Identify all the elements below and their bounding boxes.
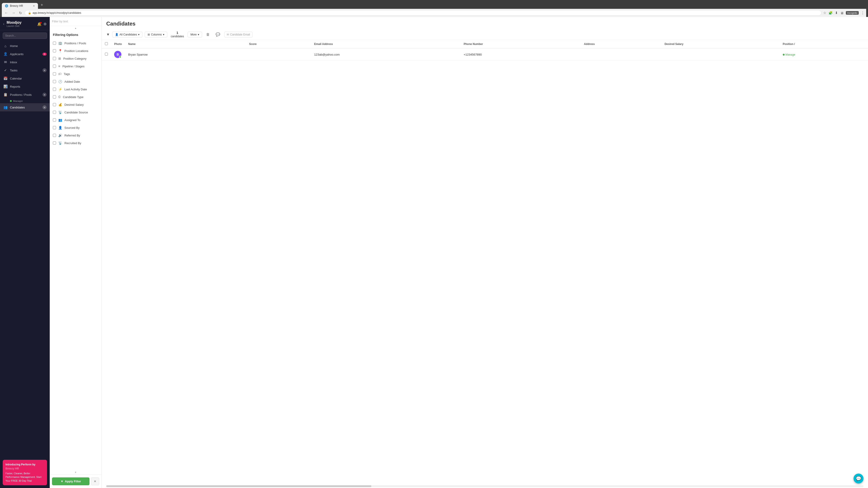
page-title: Candidates bbox=[106, 21, 864, 27]
table-scrollbar-wrap[interactable] bbox=[102, 484, 868, 488]
col-score[interactable]: Score bbox=[246, 40, 311, 48]
back-button[interactable]: ← bbox=[4, 10, 9, 15]
row-name-cell[interactable]: Bryan Sparrow bbox=[125, 48, 246, 61]
filter-checkbox-candidate-source[interactable] bbox=[53, 111, 56, 114]
filter-option-label: Sourced By bbox=[64, 126, 80, 129]
sidebar-item-calendar[interactable]: 📅 Calendar bbox=[0, 74, 50, 83]
chat-widget-button[interactable]: 💬 bbox=[854, 474, 864, 484]
sidebar-brand: Moodjoy Lauren Dell bbox=[6, 21, 35, 27]
candidates-badge: + bbox=[42, 105, 46, 109]
filter-checkbox-desired-salary[interactable] bbox=[53, 103, 56, 106]
sidebar-item-tasks[interactable]: ✓ Tasks + bbox=[0, 66, 50, 74]
settings-button[interactable]: ⚙ bbox=[43, 22, 46, 26]
filter-footer: ▼ Apply Filter ✕ bbox=[50, 475, 101, 488]
menu-icon[interactable]: ⋮ bbox=[861, 11, 864, 15]
sidebar-item-inbox[interactable]: ✉ Inbox bbox=[0, 58, 50, 66]
dropdown-chevron-icon: ▾ bbox=[138, 33, 140, 36]
filter-checkbox-position-category[interactable] bbox=[53, 57, 56, 60]
sidebar-item-reports[interactable]: 📊 Reports bbox=[0, 83, 50, 91]
sidebar-promo[interactable]: Introducing Perform byBreezy HR Faster, … bbox=[3, 460, 47, 486]
col-position[interactable]: Position / bbox=[780, 40, 868, 48]
columns-chevron-icon: ▾ bbox=[163, 33, 164, 36]
download-icon[interactable]: ⬇ bbox=[835, 11, 838, 15]
filter-checkbox-position-locations[interactable] bbox=[53, 49, 56, 53]
browser-tab-active[interactable]: B Breezy HR × bbox=[2, 3, 38, 9]
filter-option-label: Position Category bbox=[63, 57, 87, 60]
home-icon: ⌂ bbox=[3, 44, 8, 48]
message-button[interactable]: 💬 bbox=[214, 31, 222, 38]
col-phone[interactable]: Phone Number bbox=[460, 40, 581, 48]
forward-button[interactable]: → bbox=[11, 10, 16, 15]
filter-option-referred-by[interactable]: 🔊 Referred By bbox=[50, 131, 101, 139]
filter-checkbox-positions[interactable] bbox=[53, 41, 56, 45]
sidebar-status: Manager bbox=[0, 99, 50, 103]
filter-option-position-category[interactable]: ⊞ Position Category bbox=[50, 55, 101, 62]
all-candidates-dropdown[interactable]: 👤 All Candidates ▾ bbox=[112, 32, 143, 37]
filter-text-input[interactable] bbox=[52, 20, 99, 23]
candidates-icon: 👥 bbox=[3, 105, 8, 109]
filter-option-tags[interactable]: 🏷 Tags bbox=[50, 70, 101, 78]
sidebar-back-button[interactable]: ‹ bbox=[3, 22, 4, 26]
filter-option-candidate-type[interactable]: © Candidate Type bbox=[50, 93, 101, 101]
sidebar-item-label: Calendar bbox=[10, 77, 46, 80]
search-input[interactable] bbox=[3, 33, 47, 39]
table-scrollbar[interactable] bbox=[106, 485, 864, 487]
filter-option-position-locations[interactable]: 📍 Position Locations bbox=[50, 47, 101, 55]
scrollbar-thumb[interactable] bbox=[106, 485, 371, 487]
filter-option-candidate-source[interactable]: 📡 Candidate Source bbox=[50, 108, 101, 116]
filter-checkbox-referred-by[interactable] bbox=[53, 134, 56, 137]
filter-option-desired-salary[interactable]: 💰 Desired Salary bbox=[50, 101, 101, 108]
col-name[interactable]: Name bbox=[125, 40, 246, 48]
filter-checkbox-sourced-by[interactable] bbox=[53, 126, 56, 129]
col-address[interactable]: Address bbox=[581, 40, 661, 48]
sidebar-item-positions[interactable]: 📋 Positions / Pools + bbox=[0, 91, 50, 99]
filter-option-pipeline[interactable]: ≡ Pipeline / Stages bbox=[50, 62, 101, 70]
select-all-checkbox[interactable] bbox=[105, 42, 108, 45]
email-icon: ✉ bbox=[227, 33, 229, 36]
last-activity-icon: ⚡ bbox=[58, 88, 62, 91]
sidebar-item-label: Inbox bbox=[10, 61, 46, 64]
filter-checkbox-candidate-type[interactable] bbox=[53, 95, 56, 98]
more-dropdown[interactable]: More ▾ bbox=[188, 32, 202, 37]
app-container: ‹ Moodjoy Lauren Dell 🔔 ⚙ ⌂ Home 👤 bbox=[0, 17, 868, 488]
apply-filter-button[interactable]: ▼ Apply Filter bbox=[52, 477, 90, 485]
filter-checkbox-added-date[interactable] bbox=[53, 80, 56, 83]
tab-close-button[interactable]: × bbox=[33, 4, 35, 7]
columns-dropdown[interactable]: ⊞ Columns ▾ bbox=[145, 32, 167, 37]
filter-option-added-date[interactable]: 🕐 Added Date bbox=[50, 78, 101, 86]
col-email[interactable]: Email Address bbox=[311, 40, 460, 48]
applicants-badge: 1 bbox=[42, 53, 46, 56]
delete-button[interactable]: 🗑 bbox=[204, 31, 212, 38]
filter-checkbox-last-activity[interactable] bbox=[53, 88, 56, 91]
filter-option-recruited-by[interactable]: 📡 Recruited By bbox=[50, 139, 101, 147]
clear-filter-button[interactable]: ✕ bbox=[91, 477, 99, 485]
row-checkbox[interactable] bbox=[105, 53, 108, 56]
row-salary-cell bbox=[661, 48, 780, 61]
notifications-button[interactable]: 🔔 bbox=[37, 22, 41, 26]
col-salary[interactable]: Desired Salary bbox=[661, 40, 780, 48]
filter-checkbox-pipeline[interactable] bbox=[53, 65, 56, 68]
sidebar-item-home[interactable]: ⌂ Home bbox=[0, 42, 50, 50]
filter-toggle-icon[interactable]: ▼ bbox=[106, 33, 110, 37]
filter-option-sourced-by[interactable]: 👤 Sourced By bbox=[50, 124, 101, 131]
address-bar[interactable]: 🔒 app.breezy.hr/app/c/moodjoy/candidates bbox=[25, 10, 822, 15]
extensions-icon[interactable]: 🧩 bbox=[829, 11, 833, 15]
assigned-to-icon: 👥 bbox=[58, 118, 62, 122]
filter-checkbox-assigned-to[interactable] bbox=[53, 119, 56, 122]
filter-checkbox-recruited-by[interactable] bbox=[53, 141, 56, 144]
filter-option-last-activity[interactable]: ⚡ Last Activity Date bbox=[50, 86, 101, 93]
col-select-all[interactable] bbox=[102, 40, 111, 48]
filter-checkbox-tags[interactable] bbox=[53, 72, 56, 75]
candidate-email-button[interactable]: ✉ Candidate Email bbox=[224, 32, 252, 37]
row-checkbox-cell[interactable] bbox=[102, 48, 111, 61]
cast-icon[interactable]: 🖥 bbox=[840, 11, 844, 15]
sidebar-item-applicants[interactable]: 👤 Applicants 1 bbox=[0, 50, 50, 58]
filter-option-positions[interactable]: 🏢 Positions / Pools bbox=[50, 39, 101, 47]
bookmark-icon[interactable]: ☆ bbox=[823, 11, 826, 15]
filter-option-assigned-to[interactable]: 👥 Assigned To bbox=[50, 116, 101, 124]
sidebar-item-candidates[interactable]: 👥 Candidates + bbox=[0, 103, 50, 111]
filter-scroll-down: ▼ bbox=[50, 470, 101, 475]
reload-button[interactable]: ↻ bbox=[18, 10, 23, 15]
table-row[interactable]: B Bryan Sparrow 123ab@yahoo.com +1234567… bbox=[102, 48, 868, 61]
new-tab-button[interactable]: + bbox=[38, 1, 45, 9]
